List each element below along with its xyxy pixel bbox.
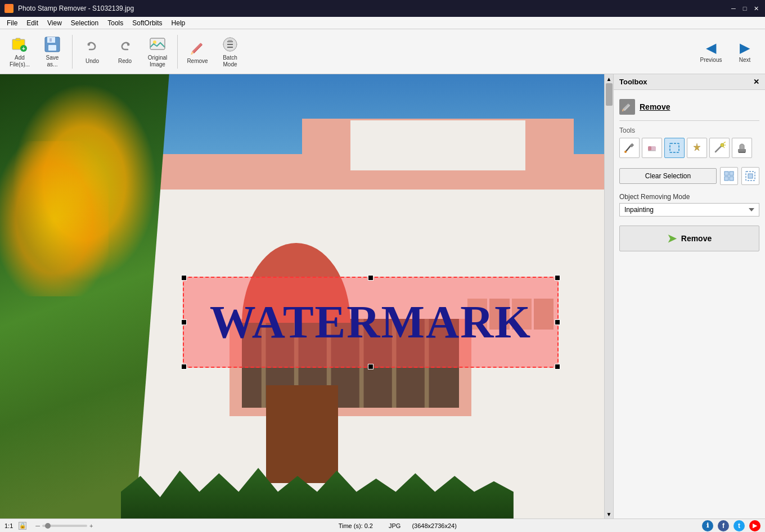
remove-label: Remove bbox=[187, 58, 208, 65]
maximize-button[interactable]: □ bbox=[740, 4, 749, 13]
undo-icon bbox=[83, 39, 101, 57]
undo-button[interactable]: Undo bbox=[77, 33, 107, 71]
youtube-icon[interactable]: ▶ bbox=[749, 520, 760, 531]
svg-rect-7 bbox=[50, 38, 52, 42]
next-button[interactable]: ▶ Next bbox=[729, 33, 760, 71]
toolbox-close-button[interactable]: ✕ bbox=[753, 78, 759, 86]
svg-rect-42 bbox=[730, 177, 734, 181]
star-tool-button[interactable] bbox=[709, 138, 730, 158]
batch-mode-button[interactable]: Batch Mode bbox=[215, 33, 245, 71]
menu-view[interactable]: View bbox=[43, 18, 66, 28]
toolbox-header: Toolbox ✕ bbox=[614, 74, 765, 90]
remove-button[interactable]: Remove bbox=[182, 33, 213, 71]
brush-tool-button[interactable] bbox=[619, 138, 640, 158]
toolbox-panel: Toolbox ✕ Remove Tools bbox=[613, 74, 765, 519]
zoom-plus-icon[interactable]: + bbox=[89, 522, 93, 529]
previous-button[interactable]: ◀ Previous bbox=[695, 33, 727, 71]
toolbox-content: Remove Tools bbox=[614, 90, 765, 519]
menu-selection[interactable]: Selection bbox=[66, 18, 103, 28]
batch-mode-icon bbox=[221, 35, 239, 53]
add-files-button[interactable]: + Add File(s)... bbox=[4, 33, 35, 71]
svg-rect-40 bbox=[730, 172, 734, 175]
svg-rect-14 bbox=[192, 43, 202, 53]
nav-buttons: ◀ Previous ▶ Next bbox=[695, 33, 760, 71]
scroll-down-arrow[interactable]: ▼ bbox=[605, 510, 613, 519]
batch-mode-label: Batch Mode bbox=[218, 55, 242, 68]
scroll-track[interactable] bbox=[605, 83, 613, 510]
facebook-icon[interactable]: f bbox=[718, 520, 729, 531]
menu-tools[interactable]: Tools bbox=[103, 18, 128, 28]
previous-icon: ◀ bbox=[706, 40, 716, 56]
svg-rect-10 bbox=[150, 38, 165, 49]
mode-grid-button[interactable] bbox=[720, 167, 738, 185]
eraser-tool-button[interactable] bbox=[642, 138, 662, 158]
status-time: Time (s): 0.2 bbox=[339, 522, 373, 529]
status-bar: 1:1 🔒 ─ + Time (s): 0.2 JPG (3648x2736x2… bbox=[0, 519, 765, 532]
twitter-icon[interactable]: t bbox=[734, 520, 745, 531]
window-title: Photo Stamp Remover - S1032139.jpg bbox=[18, 4, 134, 12]
zoom-slider[interactable]: ─ + bbox=[35, 522, 93, 529]
svg-point-33 bbox=[721, 143, 724, 147]
svg-rect-6 bbox=[48, 45, 56, 51]
svg-text:+: + bbox=[22, 46, 25, 52]
scroll-thumb[interactable] bbox=[606, 83, 613, 106]
canvas-area[interactable]: WATERMARK bbox=[0, 74, 604, 519]
title-controls[interactable]: ─ □ ✕ bbox=[729, 4, 760, 13]
toolbar-sep-2 bbox=[177, 35, 178, 69]
info-icon[interactable]: ℹ bbox=[702, 520, 713, 531]
clear-selection-button[interactable]: Clear Selection bbox=[619, 168, 717, 184]
menu-help[interactable]: Help bbox=[167, 18, 190, 28]
save-as-button[interactable]: Save as... bbox=[37, 33, 68, 71]
minimize-button[interactable]: ─ bbox=[729, 4, 738, 13]
redo-button[interactable]: Redo bbox=[110, 33, 140, 71]
stamp-tool-button[interactable] bbox=[732, 138, 752, 158]
title-bar: Photo Stamp Remover - S1032139.jpg ─ □ ✕ bbox=[0, 0, 765, 17]
menu-file[interactable]: File bbox=[2, 18, 22, 28]
close-button[interactable]: ✕ bbox=[752, 4, 760, 13]
remove-action-label: Remove bbox=[681, 234, 712, 243]
status-dimensions: (3648x2736x24) bbox=[412, 522, 457, 529]
original-image-icon bbox=[148, 35, 166, 53]
zoom-level: 1:1 bbox=[4, 522, 13, 529]
next-label: Next bbox=[739, 57, 751, 63]
toolbar-sep-1 bbox=[72, 35, 73, 69]
svg-rect-39 bbox=[724, 172, 728, 175]
remove-panel-title: Remove bbox=[640, 102, 670, 111]
mode-select-button[interactable] bbox=[741, 167, 759, 185]
scroll-up-arrow[interactable]: ▲ bbox=[605, 74, 613, 83]
svg-rect-38 bbox=[739, 152, 745, 153]
save-as-label: Save as... bbox=[40, 55, 65, 68]
tower-left bbox=[302, 119, 350, 172]
undo-label: Undo bbox=[86, 58, 99, 65]
vertical-scrollbar[interactable]: ▲ ▼ bbox=[604, 74, 613, 519]
remove-panel-header: Remove bbox=[619, 96, 759, 121]
tower-right bbox=[525, 119, 574, 172]
svg-rect-44 bbox=[748, 174, 753, 178]
menu-softorbits[interactable]: SoftOrbits bbox=[128, 18, 166, 28]
remove-action-button[interactable]: ➤ Remove bbox=[619, 226, 759, 251]
status-format: JPG bbox=[389, 522, 400, 529]
svg-point-27 bbox=[624, 151, 627, 153]
rect-select-tool-button[interactable] bbox=[664, 138, 685, 158]
original-image-label: Original Image bbox=[145, 55, 170, 68]
menu-edit[interactable]: Edit bbox=[22, 18, 43, 28]
svg-rect-29 bbox=[648, 146, 651, 151]
magic-tool-button[interactable] bbox=[687, 138, 707, 158]
selection-controls: Clear Selection bbox=[619, 167, 759, 185]
photo-image bbox=[0, 74, 604, 519]
title-left: Photo Stamp Remover - S1032139.jpg bbox=[4, 4, 134, 13]
svg-line-34 bbox=[723, 142, 726, 143]
deco-squares-top bbox=[465, 296, 556, 332]
zoom-lock-icon[interactable]: 🔒 bbox=[19, 522, 26, 530]
original-image-button[interactable]: Original Image bbox=[142, 33, 173, 71]
remove-icon-box bbox=[619, 99, 635, 115]
zoom-minus-icon[interactable]: ─ bbox=[35, 522, 40, 529]
redo-icon bbox=[116, 39, 134, 57]
svg-rect-41 bbox=[724, 177, 728, 181]
next-icon: ▶ bbox=[740, 40, 750, 56]
zoom-thumb[interactable] bbox=[45, 523, 51, 529]
toolbar: + Add File(s)... Save as... Undo bbox=[0, 29, 765, 74]
object-removing-mode-select[interactable]: Inpainting Content Aware Fill Blur bbox=[619, 203, 759, 217]
app-icon bbox=[4, 4, 14, 13]
add-files-icon: + bbox=[11, 35, 29, 53]
